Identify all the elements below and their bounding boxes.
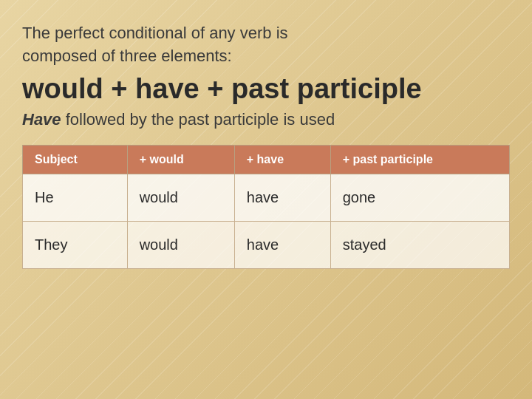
table-cell-1-1: would [127, 221, 234, 268]
col-header-would: + would [127, 145, 234, 174]
grammar-table: Subject + would + have + past participle… [22, 145, 510, 269]
table-row: Hewouldhavegone [23, 174, 510, 221]
table-cell-1-0: They [23, 221, 128, 268]
table-cell-0-0: He [23, 174, 128, 221]
have-italic: Have [22, 110, 61, 129]
have-note: Have followed by the past participle is … [22, 109, 510, 132]
main-content: The perfect conditional of any verb is c… [0, 0, 532, 284]
formula-text: would + have + past participle [22, 72, 510, 106]
table-row: Theywouldhavestayed [23, 221, 510, 268]
table-cell-0-1: would [127, 174, 234, 221]
col-header-participle: + past participle [330, 145, 509, 174]
description-block: The perfect conditional of any verb is c… [22, 22, 510, 68]
col-header-have: + have [234, 145, 330, 174]
table-cell-1-2: have [234, 221, 330, 268]
col-header-subject: Subject [23, 145, 128, 174]
table-header-row: Subject + would + have + past participle [23, 145, 510, 174]
description-line1: The perfect conditional of any verb is c… [22, 22, 510, 68]
table-cell-0-2: have [234, 174, 330, 221]
table-cell-0-3: gone [330, 174, 509, 221]
have-rest: followed by the past participle is used [61, 110, 335, 129]
table-cell-1-3: stayed [330, 221, 509, 268]
